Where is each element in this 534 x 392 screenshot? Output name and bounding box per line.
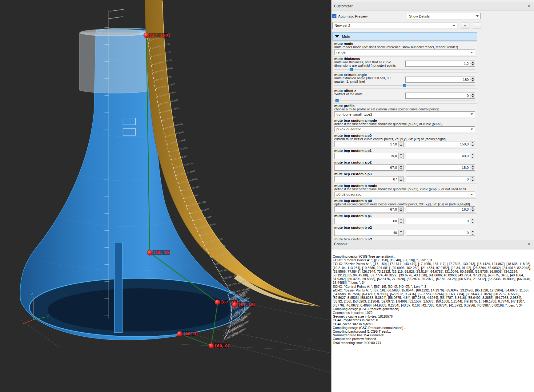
spin-up-icon[interactable] xyxy=(399,165,403,168)
spin-down-icon[interactable] xyxy=(399,156,403,159)
spin-value[interactable]: 0 xyxy=(406,218,470,224)
3d-viewport[interactable]: [17, 150][17.1614, 143.479][17.4056, 137… xyxy=(0,0,331,392)
spin-value[interactable]: 16,0 xyxy=(406,207,470,212)
spin-value[interactable]: 150,0 xyxy=(406,141,470,147)
preset-remove-button[interactable]: - xyxy=(473,22,481,29)
mute-bcp-custom-b-p2-x-spinner[interactable]: 40 xyxy=(334,230,404,236)
console-line: Total rendering time: 0:00:00.774 xyxy=(333,341,532,345)
mute-bcp-custom-b-p0-y-spinner[interactable]: 16,0 xyxy=(406,206,475,212)
spin-up-icon[interactable] xyxy=(470,218,475,221)
bezier-point-marker xyxy=(183,198,184,199)
mute-offset-z-spinner[interactable]: 0 xyxy=(405,93,475,99)
spin-value[interactable]: 19,0 xyxy=(335,153,398,159)
spin-up-icon[interactable] xyxy=(470,61,475,64)
spin-down-icon[interactable] xyxy=(470,96,475,98)
spin-value[interactable]: 67,0 xyxy=(335,207,398,212)
spin-up-icon[interactable] xyxy=(399,218,403,221)
mute-offset-z-slider[interactable] xyxy=(334,99,475,102)
spin-value[interactable]: 60 xyxy=(335,218,398,224)
group-header-mute[interactable]: Mute xyxy=(332,32,477,41)
spin-value[interactable]: 1,2 xyxy=(406,61,470,66)
spin-up-icon[interactable] xyxy=(399,153,403,156)
mute-bcp-custom-a-p3-y-spinner[interactable]: 0 xyxy=(406,176,475,182)
mute-bcp-custom-a-p1-y-spinner[interactable]: 40,0 xyxy=(406,153,475,159)
spin-down-icon[interactable] xyxy=(399,233,403,236)
checkbox-checked-icon: ✓ xyxy=(332,14,336,18)
spin-value[interactable]: 40,0 xyxy=(406,153,470,159)
spin-value[interactable]: 67,0 xyxy=(335,165,398,170)
spin-up-icon[interactable] xyxy=(470,230,475,233)
spin-up-icon[interactable] xyxy=(470,207,475,210)
slider-handle[interactable] xyxy=(335,99,339,102)
mute-bcp-custom-a-p2-y-spinner[interactable]: 18,0 xyxy=(406,164,475,171)
customizer-panel: Customizer × ✓ Automatic Preview Show De… xyxy=(331,0,534,240)
mute-thickness-spinner[interactable]: 1,2 xyxy=(405,61,475,67)
slider-handle[interactable] xyxy=(350,68,353,71)
spin-down-icon[interactable] xyxy=(399,210,403,212)
spin-down-icon[interactable] xyxy=(470,221,475,224)
mute-bcp-custom-b-p0-x-spinner[interactable]: 67,0 xyxy=(334,206,404,212)
spin-down-icon[interactable] xyxy=(470,168,475,171)
mute-bcp-custom-b-p2-y-spinner[interactable]: 0 xyxy=(406,230,475,236)
spin-down-icon[interactable] xyxy=(470,145,475,147)
spin-down-icon[interactable] xyxy=(470,233,475,236)
spin-down-icon[interactable] xyxy=(470,180,475,182)
param-mute-bcp-custom-b-mode: mute bcp custom b modedefine if the firs… xyxy=(332,184,477,199)
mute-extrude-angle-spinner[interactable]: 180 xyxy=(405,77,475,83)
param-description: optoinal second custom mute bezier curve… xyxy=(334,203,475,206)
spin-value[interactable]: 18,0 xyxy=(406,165,470,170)
automatic-preview-label: Automatic Preview xyxy=(338,14,367,18)
axis-y-label: Y xyxy=(47,315,49,319)
spin-down-icon[interactable] xyxy=(470,80,475,82)
mute-extrude-angle-slider[interactable] xyxy=(334,84,475,87)
spin-down-icon[interactable] xyxy=(470,64,475,66)
console-output: Compiling design (CSG Tree generation)..… xyxy=(331,250,534,392)
spin-up-icon[interactable] xyxy=(399,230,403,233)
spin-up-icon[interactable] xyxy=(470,165,475,168)
spin-buttons xyxy=(470,165,475,170)
mute-profile-dropdown[interactable]: trombone_small_type2 xyxy=(334,111,475,117)
mute-bcp-custom-a-p1-x-spinner[interactable]: 19,0 xyxy=(334,153,404,159)
chevron-down-icon xyxy=(471,113,473,115)
preset-dropdown[interactable]: New set 2 xyxy=(332,22,457,29)
spin-value[interactable]: 40 xyxy=(335,230,398,236)
spin-value[interactable]: 17,0 xyxy=(335,141,398,147)
spin-value[interactable]: 180 xyxy=(406,77,470,82)
show-details-dropdown[interactable]: Show Details xyxy=(407,13,481,19)
spin-down-icon[interactable] xyxy=(399,221,403,224)
spin-down-icon[interactable] xyxy=(399,168,403,171)
mute-bcp-custom-a-p0-y-spinner[interactable]: 150,0 xyxy=(406,141,475,147)
spin-down-icon[interactable] xyxy=(399,180,403,182)
spin-up-icon[interactable] xyxy=(470,153,475,156)
spin-value[interactable]: 0 xyxy=(406,230,470,236)
spin-down-icon[interactable] xyxy=(470,210,475,212)
mute-mode-dropdown[interactable]: render xyxy=(334,49,475,55)
spin-up-icon[interactable] xyxy=(470,77,475,80)
mute-bcp-custom-a-p2-x-spinner[interactable]: 67,0 xyxy=(334,164,404,171)
mute-bcp-custom-b-p1-y-spinner[interactable]: 0 xyxy=(406,218,475,224)
close-icon[interactable]: × xyxy=(526,4,532,8)
mute-bcp-custom-b-mode-dropdown[interactable]: p0-p2 quadratic xyxy=(334,192,475,197)
spin-up-icon[interactable] xyxy=(470,176,475,180)
spin-up-icon[interactable] xyxy=(399,207,403,210)
mute-thickness-slider[interactable] xyxy=(334,68,475,71)
spin-down-icon[interactable] xyxy=(399,145,403,147)
spin-up-icon[interactable] xyxy=(399,176,403,180)
spin-up-icon[interactable] xyxy=(470,141,475,145)
close-icon[interactable]: × xyxy=(526,242,532,246)
spin-up-icon[interactable] xyxy=(470,93,475,96)
mute-bcp-custom-a-mode-dropdown[interactable]: p0-p2 quadratic xyxy=(334,126,475,132)
spin-value[interactable]: 0 xyxy=(406,93,470,98)
spin-up-icon[interactable] xyxy=(399,141,403,145)
mute-bcp-custom-b-p1-x-spinner[interactable]: 60 xyxy=(334,218,404,224)
param-mute-bcp-custom-a-p1: mute bcp custom a p119,040,0 xyxy=(332,148,477,160)
spin-value[interactable]: 0 xyxy=(406,176,470,182)
control-point-label: [40, 0] xyxy=(183,331,198,336)
slider-handle[interactable] xyxy=(403,84,406,87)
mute-bcp-custom-a-p0-x-spinner[interactable]: 17,0 xyxy=(334,141,404,147)
spin-value[interactable]: 67 xyxy=(335,176,398,182)
preset-add-button[interactable]: + xyxy=(461,22,469,29)
automatic-preview-checkbox[interactable]: ✓ Automatic Preview xyxy=(332,14,367,18)
mute-bcp-custom-a-p3-x-spinner[interactable]: 67 xyxy=(334,176,404,182)
spin-down-icon[interactable] xyxy=(470,156,475,159)
